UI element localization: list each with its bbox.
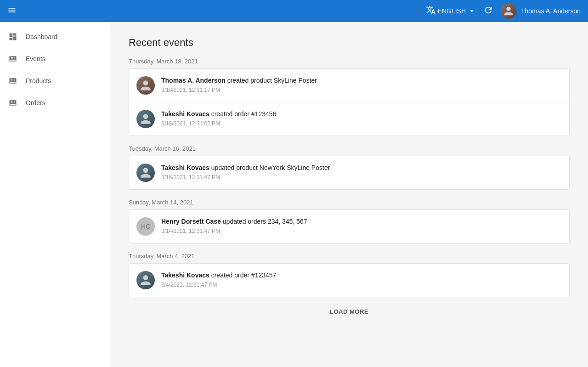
event-item: HC Henry Dorsett Case updated orders 234…: [129, 210, 569, 243]
refresh-icon[interactable]: [483, 5, 493, 17]
avatar-thomas: [136, 76, 155, 95]
event-action-1: created product SkyLine Poster: [227, 77, 317, 84]
event-text-5: Takeshi Kovacs created order #123457: [161, 271, 562, 280]
event-action-3: updated product NewYork SkyLine Poster: [211, 164, 330, 171]
event-user-3: Takeshi Kovacs: [161, 164, 209, 171]
topbar: ENGLISH Thomas A. Anderson: [0, 0, 588, 22]
avatar-takeshi-3: [136, 271, 155, 289]
event-item: Takeshi Kovacs created order #123456 3/1…: [129, 102, 569, 136]
date-header-2: Tuesday, March 16, 2021: [129, 145, 570, 152]
sidebar-item-dashboard[interactable]: Dashboard: [0, 26, 110, 48]
date-header-3: Sunday, March 14, 2021: [129, 199, 570, 206]
event-user-5: Takeshi Kovacs: [161, 271, 209, 279]
event-content-3: Takeshi Kovacs updated product NewYork S…: [161, 164, 562, 181]
event-text-3: Takeshi Kovacs updated product NewYork S…: [161, 164, 562, 173]
avatar-takeshi-1: [136, 110, 155, 128]
load-more-button[interactable]: LOAD MORE: [129, 299, 570, 324]
user-name-label: Thomas A. Anderson: [521, 7, 581, 15]
date-header-4: Thursday, March 4, 2021: [129, 253, 570, 260]
event-text-2: Takeshi Kovacs created order #123456: [161, 110, 562, 119]
date-header-1: Thursday, March 18, 2021: [129, 58, 570, 65]
event-content-4: Henry Dorsett Case updated orders 234, 3…: [161, 217, 562, 234]
sidebar-item-orders[interactable]: Orders: [0, 92, 110, 114]
event-action-2: created order #123456: [211, 110, 277, 118]
event-user-2: Takeshi Kovacs: [161, 110, 209, 118]
event-item: Takeshi Kovacs created order #123457 3/4…: [129, 264, 569, 297]
event-time-1: 3/18/2021, 12:31:17 PM: [161, 87, 562, 93]
events-card-2: Takeshi Kovacs updated product NewYork S…: [129, 156, 570, 190]
sidebar-item-events[interactable]: Events: [0, 48, 110, 70]
main-content: Recent events Thursday, March 18, 2021 T…: [110, 22, 588, 367]
menu-icon[interactable]: [7, 6, 17, 17]
dashboard-icon: [7, 31, 18, 42]
avatar-henry: HC: [136, 217, 155, 236]
events-icon: [7, 53, 18, 64]
page-title: Recent events: [129, 37, 570, 49]
event-action-4: updated orders 234, 345, 567: [223, 218, 307, 225]
translate-icon: [426, 5, 436, 17]
event-time-5: 3/4/2021, 12:31:47 PM: [161, 282, 562, 288]
sidebar-label-events: Events: [26, 55, 45, 62]
products-icon: [7, 75, 18, 86]
event-text-1: Thomas A. Anderson created product SkyLi…: [161, 76, 562, 85]
event-content-2: Takeshi Kovacs created order #123456 3/1…: [161, 110, 562, 127]
avatar-takeshi-2: [136, 164, 155, 182]
sidebar: Dashboard Events Products Orders: [0, 22, 110, 367]
load-more-label: LOAD MORE: [330, 308, 368, 315]
sidebar-item-products[interactable]: Products: [0, 70, 110, 92]
event-user-1: Thomas A. Anderson: [161, 77, 226, 84]
language-label: ENGLISH: [438, 7, 466, 15]
events-card-3: HC Henry Dorsett Case updated orders 234…: [129, 209, 570, 243]
language-selector[interactable]: ENGLISH: [426, 5, 476, 17]
event-text-4: Henry Dorsett Case updated orders 234, 3…: [161, 217, 562, 226]
event-user-4: Henry Dorsett Case: [161, 218, 221, 225]
sidebar-label-dashboard: Dashboard: [26, 33, 57, 40]
sidebar-label-orders: Orders: [26, 99, 45, 107]
event-time-3: 3/16/2021, 12:31:47 PM: [161, 174, 562, 181]
event-item: Takeshi Kovacs updated product NewYork S…: [129, 156, 569, 189]
event-content-5: Takeshi Kovacs created order #123457 3/4…: [161, 271, 562, 288]
user-avatar: [501, 3, 516, 19]
user-info[interactable]: Thomas A. Anderson: [501, 3, 581, 19]
events-card-1: Thomas A. Anderson created product SkyLi…: [129, 68, 570, 136]
event-time-2: 3/18/2021, 12:31:02 PM: [161, 120, 562, 127]
sidebar-label-products: Products: [26, 77, 51, 85]
events-card-4: Takeshi Kovacs created order #123457 3/4…: [129, 263, 570, 297]
event-content-1: Thomas A. Anderson created product SkyLi…: [161, 76, 562, 93]
event-time-4: 3/14/2021, 12:31:47 PM: [161, 228, 562, 234]
orders-icon: [7, 97, 18, 108]
event-action-5: created order #123457: [211, 271, 277, 279]
event-item: Thomas A. Anderson created product SkyLi…: [129, 69, 569, 102]
